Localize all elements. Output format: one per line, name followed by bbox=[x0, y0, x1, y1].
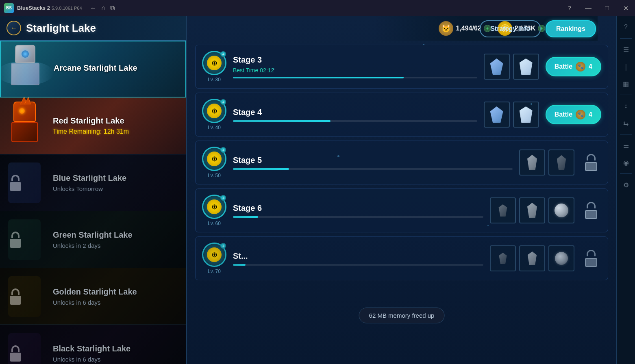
stage-level-5: Lv. 50 bbox=[208, 173, 221, 178]
game-area: ← Starlight Lake Arcane Star bbox=[0, 16, 635, 364]
stage-name-section-4: Stage 4 bbox=[233, 108, 477, 122]
sidebar-icon-settings[interactable]: ⚙ bbox=[618, 177, 634, 193]
sidebar-icon-grid[interactable]: ❘ bbox=[618, 59, 634, 74]
stage-rewards-6 bbox=[490, 197, 574, 223]
sidebar-icon-help[interactable]: ? bbox=[618, 20, 634, 35]
lake-item-arcane[interactable]: Arcane Starlight Lake bbox=[0, 41, 186, 98]
reward-box-5-1 bbox=[519, 150, 545, 176]
crystal-dark-5-2 bbox=[556, 155, 567, 170]
stage-progress-bar-4 bbox=[233, 120, 477, 122]
arcane-character bbox=[5, 45, 46, 93]
close-button[interactable]: ✕ bbox=[616, 0, 635, 16]
stage-progress-bar-5 bbox=[233, 168, 513, 170]
stage-icon-inner-3: ⊕ bbox=[207, 56, 222, 70]
app-name: BlueStacks 2 bbox=[17, 5, 50, 11]
stage-progress-fill-7 bbox=[233, 264, 246, 266]
stage-row-5: ⊕ + Lv. 50 Stage 5 bbox=[195, 141, 608, 184]
reward-box-7-2 bbox=[519, 245, 545, 271]
lock-stage-button-7 bbox=[581, 247, 601, 269]
battle-count-3: 4 bbox=[589, 63, 592, 70]
lake-character-black bbox=[0, 325, 49, 364]
stage-icon-5: ⊕ + bbox=[202, 147, 226, 171]
sidebar-icon-swap[interactable]: ⇆ bbox=[618, 115, 634, 131]
lake-item-blue[interactable]: Blue Starlight Lake Unlocks Tomorrow bbox=[0, 154, 186, 211]
lake-name-black: Black Starlight Lake bbox=[53, 344, 186, 353]
lake-name-red: Red Starlight Lake bbox=[53, 116, 186, 126]
crystal-small-6-1 bbox=[498, 204, 508, 217]
sidebar-icon-expand[interactable]: ↕ bbox=[618, 98, 634, 114]
lake-item-red[interactable]: Red Starlight Lake Time Remaining: 12h 3… bbox=[0, 98, 186, 154]
lake-info-blue: Blue Starlight Lake Unlocks Tomorrow bbox=[49, 173, 186, 192]
lock-stage-body-5 bbox=[585, 162, 597, 171]
stage-icon-4: ⊕ + bbox=[202, 99, 226, 123]
app-icon: BS bbox=[4, 3, 14, 13]
crystal-blue-4-1 bbox=[490, 106, 503, 123]
nav-clone-icon[interactable]: ⧉ bbox=[110, 4, 115, 12]
stage-rewards-3 bbox=[484, 54, 539, 80]
lake-info-red: Red Starlight Lake Time Remaining: 12h 3… bbox=[49, 116, 186, 135]
battle-button-4[interactable]: Battle 🐾 4 bbox=[546, 105, 601, 124]
left-panel: ← Starlight Lake Arcane Star bbox=[0, 16, 187, 364]
stage-icon-inner-5: ⊕ bbox=[207, 152, 222, 166]
toast-message: 62 MB memory freed up bbox=[369, 312, 435, 319]
stage-level-container-4: ⊕ + Lv. 40 bbox=[202, 99, 226, 130]
strategy-info-button[interactable]: Strategy Info bbox=[480, 20, 541, 37]
nav-back-icon[interactable]: ← bbox=[90, 4, 97, 12]
stage-icon-plus-5: + bbox=[220, 147, 226, 153]
sidebar-icon-menu[interactable]: ☰ bbox=[618, 42, 634, 57]
reward-box-4-1 bbox=[484, 102, 510, 128]
lake-item-green[interactable]: Green Starlight Lake Unlocks in 2 days bbox=[0, 211, 186, 268]
crystal-gray-5-1 bbox=[526, 155, 538, 170]
back-button[interactable]: ← bbox=[7, 21, 21, 35]
lock-stage-button-6 bbox=[581, 199, 601, 221]
battle-button-3[interactable]: Battle 🐾 4 bbox=[546, 57, 601, 76]
lake-character-green bbox=[0, 211, 49, 268]
sidebar-sep-2 bbox=[620, 95, 632, 95]
stage-icon-inner-6: ⊕ bbox=[207, 199, 222, 214]
stage-icon-plus-6: + bbox=[220, 195, 226, 201]
sidebar-icon-camera[interactable]: ◉ bbox=[618, 155, 634, 170]
lake-unlock-golden: Unlocks in 6 days bbox=[53, 299, 186, 306]
sidebar-icon-layout[interactable]: ▦ bbox=[618, 76, 634, 91]
stage-name-5: Stage 5 bbox=[233, 156, 513, 165]
stage-level-container-6: ⊕ + Lv. 60 bbox=[202, 195, 226, 226]
lake-item-black[interactable]: Black Starlight Lake Unlocks in 6 days bbox=[0, 325, 186, 364]
titlebar-window-controls: ? — □ ✕ bbox=[560, 0, 635, 16]
app-version: 5.9.0.1061 P64 bbox=[52, 6, 82, 11]
stage-level-container-7: ⊕ + Lv. 70 bbox=[202, 243, 226, 274]
stage-level-container-3: ⊕ + Lv. 30 bbox=[202, 51, 226, 82]
maximize-button[interactable]: □ bbox=[598, 0, 616, 16]
reward-box-6-2 bbox=[519, 197, 545, 223]
crystal-white-4-2 bbox=[520, 106, 533, 123]
page-title: Starlight Lake bbox=[26, 22, 96, 35]
titlebar-nav-controls: ← ⌂ ⧉ bbox=[90, 4, 115, 12]
stage-progress-bar-3 bbox=[233, 77, 477, 78]
sidebar-icon-layers[interactable]: ⚌ bbox=[618, 138, 634, 153]
stage-name-4: Stage 4 bbox=[233, 108, 477, 117]
minimize-button[interactable]: — bbox=[579, 0, 598, 16]
lake-info-arcane: Arcane Starlight Lake bbox=[50, 63, 185, 75]
crystal-gray-7-2 bbox=[526, 251, 538, 265]
stage-icon-plus-3: + bbox=[220, 51, 226, 57]
lake-unlock-green: Unlocks in 2 days bbox=[53, 242, 186, 249]
stage-name-section-7: St... bbox=[233, 251, 483, 266]
stage-icon-inner-7: ⊕ bbox=[207, 247, 222, 262]
lake-info-green: Green Starlight Lake Unlocks in 2 days bbox=[49, 230, 186, 249]
stage-name-6: Stage 6 bbox=[233, 204, 483, 213]
nav-home-icon[interactable]: ⌂ bbox=[102, 4, 106, 12]
stage-icon-7: ⊕ + bbox=[202, 243, 226, 267]
stage-name-3: Stage 3 bbox=[233, 55, 477, 65]
help-button[interactable]: ? bbox=[560, 0, 579, 16]
lock-stage-shackle-7 bbox=[587, 250, 596, 256]
crystal-gray-6-2 bbox=[526, 203, 538, 218]
battle-ticket-4: 🐾 bbox=[576, 110, 585, 119]
lake-item-golden[interactable]: Golden Starlight Lake Unlocks in 6 days bbox=[0, 268, 186, 325]
crystal-moon-7-3 bbox=[555, 252, 568, 265]
reward-box-7-1 bbox=[490, 245, 516, 271]
right-panel: 🐱 1,494/62 + 🪙 2,173K + 💎 150 + Strategy… bbox=[187, 16, 616, 364]
lake-name-golden: Golden Starlight Lake bbox=[53, 287, 186, 297]
reward-box-6-3 bbox=[548, 197, 574, 223]
rankings-button[interactable]: Rankings bbox=[546, 20, 596, 37]
lake-unlock-blue: Unlocks Tomorrow bbox=[53, 185, 186, 192]
stage-progress-bar-7 bbox=[233, 264, 483, 266]
